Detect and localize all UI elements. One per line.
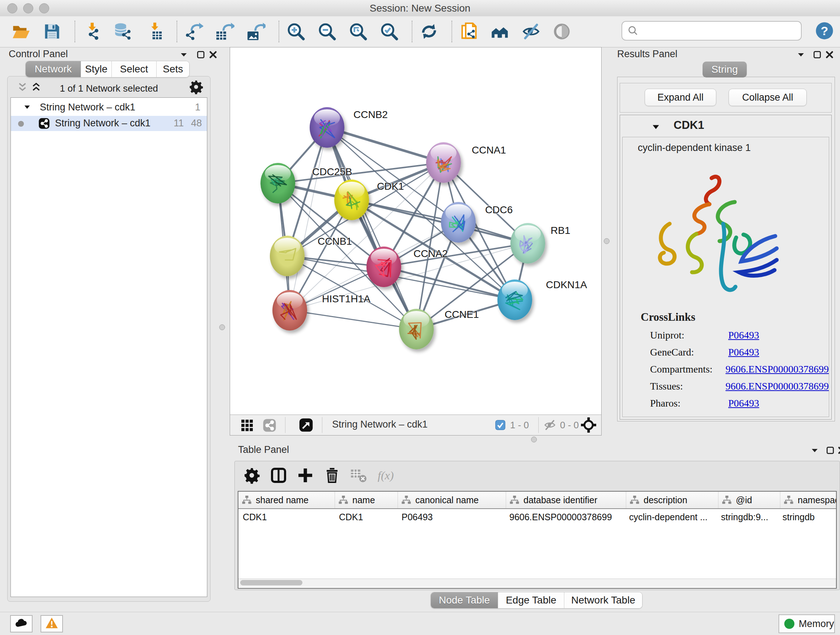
table-row[interactable]: CDK1CDK1P064939606.ENSP00000378699cyclin… (238, 509, 836, 525)
zoom-selected-button[interactable] (379, 21, 399, 42)
network-node-ccnb1[interactable] (270, 236, 305, 276)
import-network-database-button[interactable] (113, 21, 133, 42)
pan-crosshair-icon[interactable] (580, 417, 597, 435)
table-cell[interactable]: stringdb (778, 509, 837, 525)
expand-all-button[interactable]: Expand All (645, 89, 716, 106)
add-column-button[interactable] (295, 465, 316, 486)
column-header-name[interactable]: name (335, 492, 398, 508)
network-node-cdc6[interactable] (441, 202, 476, 242)
crosslink-link[interactable]: 9606.ENSP00000378699 (726, 380, 829, 392)
network-canvas[interactable]: CCNB2CCNA1CDC25BCDK1CDC6RB1CCNB1CCNA2CDK… (230, 48, 601, 415)
warnings-button[interactable] (41, 615, 63, 632)
export-image-button[interactable] (246, 21, 266, 42)
close-panel-icon[interactable] (837, 446, 840, 456)
float-panel-icon[interactable] (826, 446, 835, 456)
crosslink-link[interactable]: P06493 (728, 347, 759, 358)
window-title: Session: New Session (0, 3, 840, 14)
birdseye-grid-icon[interactable] (240, 418, 254, 434)
tab-network[interactable]: Network (26, 61, 81, 77)
network-node-hist1h1a[interactable] (272, 290, 307, 331)
node-label-cdc6: CDC6 (485, 204, 513, 216)
network-node-ccne1[interactable] (399, 309, 434, 349)
column-header-namespace[interactable]: namespace (780, 492, 837, 508)
network-row-selected[interactable]: String Network – cdk1 11 48 (11, 116, 207, 131)
network-node-ccnb2[interactable] (309, 107, 344, 148)
table-cell[interactable]: 9606.ENSP00000378699 (505, 509, 625, 525)
network-collection-row[interactable]: String Network – cdk1 1 (11, 101, 207, 114)
column-header-database-identifier[interactable]: database identifier (506, 492, 626, 508)
close-panel-icon[interactable] (208, 50, 218, 61)
open-in-window-icon[interactable] (299, 418, 313, 434)
string-homology-button[interactable] (490, 21, 510, 42)
string-import-button[interactable] (459, 21, 479, 42)
table-cell[interactable]: stringdb:9... (717, 509, 778, 525)
zoom-out-button[interactable] (317, 21, 337, 42)
tab-edge-table[interactable]: Edge Table (498, 592, 564, 608)
node-label-cdc25b: CDC25B (312, 166, 352, 178)
network-node-cdk1[interactable] (334, 180, 369, 220)
splitter-handle[interactable] (531, 437, 537, 442)
trash-icon (324, 467, 341, 484)
network-node-rb1[interactable] (510, 223, 545, 264)
collapse-panel-icon[interactable] (180, 50, 188, 60)
column-header-description[interactable]: description (626, 492, 718, 508)
cloud-service-button[interactable] (10, 615, 33, 632)
gear-icon[interactable] (188, 79, 204, 96)
network-node-ccna2[interactable] (366, 247, 401, 287)
export-network-button[interactable] (184, 21, 204, 42)
splitter-handle[interactable] (604, 238, 609, 244)
collapse-panel-icon[interactable] (797, 50, 805, 60)
column-header--id[interactable]: @id (718, 492, 780, 508)
collapse-all-button[interactable]: Collapse All (729, 89, 807, 106)
tab-node-table[interactable]: Node Table (431, 592, 498, 608)
node-label-hist1h1a: HIST1H1A (322, 293, 370, 305)
collapse-panel-icon[interactable] (810, 446, 819, 456)
tab-select[interactable]: Select (112, 61, 156, 77)
delete-column-button[interactable] (322, 465, 343, 486)
tab-sets[interactable]: Sets (156, 61, 189, 77)
network-node-ccna1[interactable] (426, 142, 461, 183)
table-panel-body: f(x) shared namenamecanonical namedataba… (234, 461, 840, 590)
export-table-button[interactable] (215, 21, 235, 42)
open-session-button[interactable] (11, 21, 31, 42)
table-cell[interactable]: CDK1 (238, 509, 335, 525)
column-header-canonical-name[interactable]: canonical name (398, 492, 506, 508)
search-input[interactable] (641, 23, 796, 38)
crosslink-link[interactable]: P06493 (728, 329, 759, 341)
toolbar-separator (412, 21, 412, 42)
import-table-icon (145, 22, 164, 41)
float-panel-icon[interactable] (813, 50, 822, 61)
crosslink-link[interactable]: P06493 (728, 397, 759, 409)
refresh-layout-button[interactable] (419, 21, 439, 42)
table-cell[interactable]: cyclin-dependent ... (625, 509, 717, 525)
memory-button[interactable]: Memory (778, 614, 835, 633)
table-h-scrollbar[interactable] (238, 578, 836, 587)
table-cell[interactable]: P06493 (397, 509, 505, 525)
import-network-button[interactable] (82, 21, 102, 42)
section-expander-icon[interactable] (651, 122, 660, 133)
network-share-gray-icon[interactable] (263, 418, 276, 434)
crosslink-link[interactable]: 9606.ENSP00000378699 (726, 363, 829, 375)
toggle-columns-button[interactable] (268, 465, 289, 486)
save-session-button[interactable] (42, 21, 62, 42)
selected-checkbox-icon[interactable] (495, 420, 506, 432)
zoom-in-button[interactable] (286, 21, 306, 42)
scrollbar-thumb[interactable] (240, 580, 302, 585)
hide-unselected-button[interactable] (521, 21, 541, 42)
table-cell[interactable]: CDK1 (335, 509, 397, 525)
import-table-button[interactable] (144, 21, 164, 42)
tab-network-table[interactable]: Network Table (564, 592, 642, 608)
help-icon[interactable]: ? (815, 21, 834, 42)
splitter-handle[interactable] (219, 325, 225, 330)
network-node-cdc25b[interactable] (261, 163, 295, 203)
column-header-shared-name[interactable]: shared name (238, 492, 335, 508)
network-node-cdkn1a[interactable] (497, 279, 532, 320)
table-settings-button[interactable] (241, 465, 262, 486)
tab-style[interactable]: Style (81, 61, 112, 77)
show-all-button[interactable] (552, 21, 572, 42)
collection-expander-icon[interactable] (23, 103, 31, 112)
close-panel-icon[interactable] (825, 50, 834, 61)
float-panel-icon[interactable] (196, 50, 205, 61)
tab-string[interactable]: String (703, 62, 747, 78)
zoom-fit-button[interactable] (348, 21, 368, 42)
